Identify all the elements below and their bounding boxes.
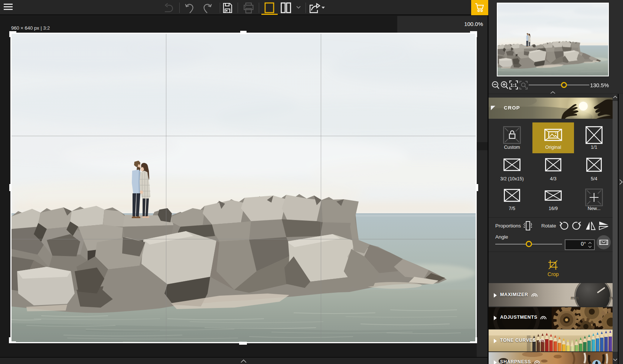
svg-text:ma: ma bbox=[609, 295, 613, 301]
svg-text:1:1: 1:1 bbox=[511, 83, 517, 88]
svg-text:min: min bbox=[571, 295, 578, 301]
